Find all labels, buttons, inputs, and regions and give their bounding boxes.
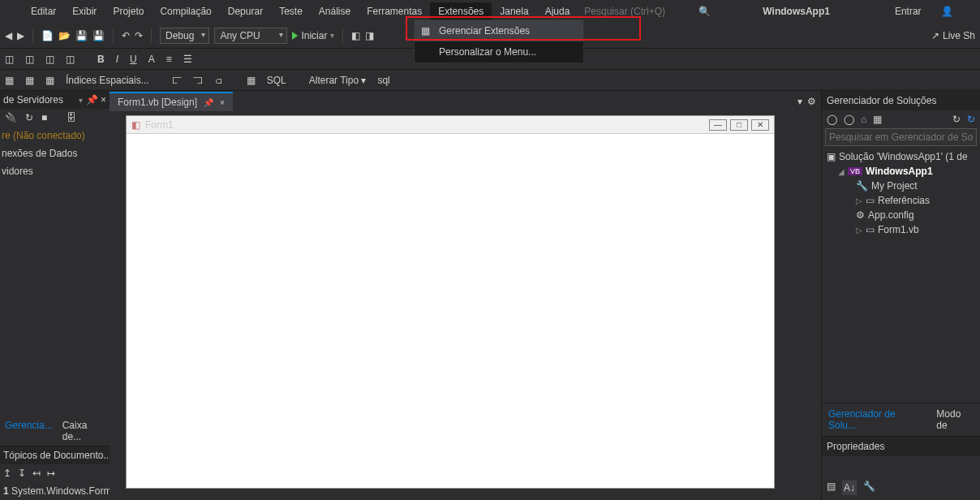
refresh-icon[interactable]: ↻ (25, 112, 33, 123)
db-toolbar: ▦ ▦ ▦ Índices Espaciais... ⫍ ⫎ ⫏ ▦ SQL A… (0, 70, 980, 91)
save-all-icon[interactable]: 💾 (92, 30, 105, 41)
menu-help[interactable]: Ajuda (537, 2, 578, 20)
open-icon[interactable]: 📂 (58, 30, 71, 41)
tabs-gear-icon[interactable]: ⚙ (807, 96, 816, 107)
signin-link[interactable]: Entrar 👤 (879, 0, 969, 24)
sol-back-icon[interactable]: ◯ (827, 114, 837, 125)
outline-item[interactable]: 1 System.Windows.Form (0, 482, 110, 500)
layout-icon-1[interactable]: ◫ (5, 54, 14, 65)
layout-icon-2[interactable]: ◫ (25, 54, 34, 65)
data-connections-node[interactable]: nexões de Dados (0, 144, 110, 162)
liveshare-button[interactable]: ↗Live Sh (931, 30, 975, 41)
alphabetical-icon[interactable]: A↓ (842, 481, 857, 495)
underline-icon[interactable]: U (130, 54, 137, 65)
tab-form1-design[interactable]: Form1.vb [Design] 📌 × (110, 92, 233, 111)
menu-window[interactable]: Janela (492, 2, 536, 20)
solution-node[interactable]: ▣Solução 'WindowsApp1' (1 de (823, 149, 978, 164)
italic-icon[interactable]: I (116, 54, 118, 65)
start-debug-button[interactable]: Iniciar ▾ (292, 30, 334, 41)
align-left-icon[interactable]: ⫍ (172, 75, 182, 86)
right-bottom-tabs: Gerenciador de Solu... Modo de (822, 403, 980, 436)
menu-view[interactable]: Exibir (64, 2, 105, 20)
solution-search-input[interactable] (825, 128, 977, 146)
menu-build[interactable]: Compilação (152, 2, 219, 20)
close-icon[interactable]: × (101, 94, 106, 106)
form-min-icon: — (709, 119, 727, 131)
undo-icon[interactable]: ↶ (122, 30, 130, 41)
form1-node[interactable]: ▷▭Form1.vb (823, 222, 978, 237)
spatial-indexes-button[interactable]: Índices Espaciais... (66, 75, 149, 86)
document-outline-panel: Tópicos de Documento... ↥ ↧ ↤ ↦ 1 System… (0, 446, 110, 500)
menu-debug[interactable]: Depurar (220, 2, 271, 20)
appconfig-node[interactable]: ⚙App.config (823, 208, 978, 222)
change-type-dropdown[interactable]: Alterar Tipo ▾ (309, 75, 367, 86)
outline-up-icon[interactable]: ↥ (3, 468, 11, 479)
menu-project[interactable]: Projeto (105, 2, 152, 20)
tab-toolbox[interactable]: Caixa de... (58, 416, 110, 446)
myproject-node[interactable]: 🔧My Project (823, 179, 978, 193)
home-icon[interactable]: ⌂ (861, 114, 866, 125)
layout-icon-3[interactable]: ◫ (45, 54, 54, 65)
align-center-icon[interactable]: ⫎ (193, 75, 203, 86)
config-dropdown[interactable]: Debug (160, 28, 209, 44)
menu-analyze[interactable]: Análise (311, 2, 359, 20)
sol-fwd-icon[interactable]: ◯ (844, 114, 854, 125)
nav-back-icon[interactable]: ◀ (5, 30, 12, 41)
toolbar-icon-b[interactable]: ◨ (365, 30, 374, 41)
form-title: Form1 (145, 119, 174, 131)
tab-solution-explorer[interactable]: Gerenciador de Solu... (822, 403, 930, 436)
menu-extensions[interactable]: Extensões (430, 2, 492, 20)
stop-icon[interactable]: ■ (41, 112, 47, 123)
sql-icon[interactable]: SQL (267, 75, 286, 86)
outline-right-icon[interactable]: ↦ (47, 468, 55, 479)
grid-icon[interactable]: ▦ (247, 75, 256, 86)
redo-icon[interactable]: ↷ (135, 30, 143, 41)
table-icon-2[interactable]: ▦ (25, 75, 34, 86)
sol-sync-icon[interactable]: ↻ (952, 114, 961, 125)
pin-icon[interactable]: 📌 (86, 94, 98, 106)
azure-node[interactable]: re (Não conectado) (0, 127, 110, 144)
align-icon[interactable]: ≡ (166, 54, 172, 65)
table-icon-1[interactable]: ▦ (5, 75, 14, 86)
props-wrench-icon[interactable]: 🔧 (863, 481, 875, 495)
form-design-surface[interactable]: ◧ Form1 — □ ✕ (126, 115, 775, 489)
layout-icon-4[interactable]: ◫ (66, 54, 75, 65)
new-icon[interactable]: 📄 (41, 30, 54, 41)
tab-pin-icon[interactable]: 📌 (204, 98, 213, 107)
sol-showall-icon[interactable]: ▦ (873, 114, 882, 125)
references-node[interactable]: ▷▭Referências (823, 193, 978, 208)
platform-dropdown[interactable]: Any CPU (214, 28, 287, 44)
servers-node[interactable]: vidores (0, 162, 110, 180)
search-area: 🔍 (584, 6, 722, 17)
tab-mode[interactable]: Modo de (930, 403, 980, 436)
table-icon-3[interactable]: ▦ (45, 75, 54, 86)
list-icon[interactable]: ☰ (183, 54, 192, 65)
solution-icon: ▣ (827, 151, 836, 162)
toolbar-icon-a[interactable]: ◧ (351, 30, 360, 41)
db-icon[interactable]: 🗄 (67, 112, 76, 123)
save-icon[interactable]: 💾 (75, 30, 88, 41)
menu-tools[interactable]: Ferramentas (359, 2, 430, 20)
connect-icon[interactable]: 🔌 (5, 112, 17, 123)
outline-down-icon[interactable]: ↧ (18, 468, 26, 479)
view-sql-icon[interactable]: sql (377, 75, 389, 86)
bold-icon[interactable]: B (97, 54, 105, 65)
tabs-dropdown-icon[interactable]: ▾ (797, 96, 802, 107)
tab-close-icon[interactable]: × (220, 98, 225, 107)
search-icon[interactable]: 🔍 (690, 2, 719, 20)
manage-extensions-item[interactable]: ▦ Gerenciar Extensões (415, 20, 583, 41)
document-tabs: Form1.vb [Design] 📌 × ▾ ⚙ (110, 91, 821, 112)
outline-left-icon[interactable]: ↤ (32, 468, 41, 479)
align-right-icon[interactable]: ⫏ (214, 75, 224, 86)
categorized-icon[interactable]: ▤ (827, 481, 836, 495)
nav-fwd-icon[interactable]: ▶ (17, 30, 24, 41)
menu-test[interactable]: Teste (271, 2, 311, 20)
menu-edit[interactable]: Editar (23, 2, 64, 20)
tab-server-explorer[interactable]: Gerencia... (0, 416, 58, 446)
form-file-icon: ▭ (866, 224, 875, 235)
server-explorer-header: de Servidores ▾ 📌 × (0, 91, 110, 109)
project-node[interactable]: ◢VBWindowsApp1 (823, 164, 978, 179)
font-icon[interactable]: A (148, 54, 155, 65)
customize-menu-item[interactable]: Personalizar o Menu... (415, 41, 583, 62)
sol-refresh-icon[interactable]: ↻ (967, 114, 975, 125)
